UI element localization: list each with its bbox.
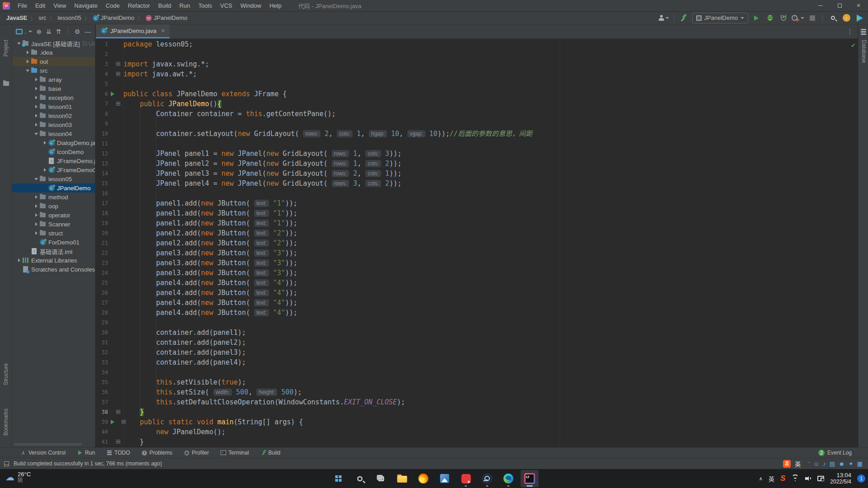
tree-expand-arrow[interactable] xyxy=(33,114,39,117)
tree-expand-arrow[interactable] xyxy=(33,96,39,99)
minimize-button[interactable] xyxy=(811,0,830,12)
code-line[interactable]: 1package lesson05; xyxy=(96,39,858,49)
code-line[interactable]: 27 panel4.add(new JButton( text: "4")); xyxy=(96,298,858,308)
taskbar-weather-widget[interactable]: ☁ 26°C 阴 xyxy=(5,471,31,483)
tree-expand-arrow[interactable] xyxy=(24,51,31,54)
code-line[interactable]: 7 public JPanelDemo(){ xyxy=(96,99,858,109)
code-line[interactable]: 39 public static void main(String[] args… xyxy=(96,417,858,427)
tab-close-icon[interactable]: ✕ xyxy=(161,28,165,34)
taskbar-app-steam[interactable] xyxy=(478,470,496,487)
tree-item-javase-[interactable]: JavaSE [基础语法]D:\Jav xyxy=(12,39,95,48)
code-line[interactable]: 24 panel3.add(new JButton( text: "3")); xyxy=(96,268,858,278)
menu-item-edit[interactable]: Edit xyxy=(31,0,49,11)
database-icon[interactable] xyxy=(861,29,866,36)
code-line[interactable]: 4import java.awt.*; xyxy=(96,69,858,79)
code-line[interactable]: 41 } xyxy=(96,437,858,447)
tree-expand-arrow[interactable] xyxy=(33,195,39,199)
horizontal-scrollbar[interactable] xyxy=(14,443,82,446)
code-line[interactable]: 17 panel1.add(new JButton( text: "1")); xyxy=(96,198,858,208)
debug-button[interactable] xyxy=(764,13,775,23)
code-line[interactable]: 38 } xyxy=(96,407,858,417)
taskbar-app-edge[interactable] xyxy=(500,470,518,487)
run-button[interactable] xyxy=(751,13,762,23)
code-line[interactable]: 19 panel1.add(new JButton( text: "1")); xyxy=(96,218,858,228)
hidden-icons-chevron[interactable]: ∧ xyxy=(759,476,763,482)
tree-item-struct[interactable]: struct xyxy=(12,229,95,238)
fold-icon[interactable] xyxy=(116,410,120,414)
close-button[interactable]: ✕ xyxy=(849,0,868,12)
toolwindow-button-version-control[interactable]: YVersion Control xyxy=(21,450,66,456)
database-stripe-button[interactable]: Database xyxy=(861,40,867,63)
tree-collapse-arrow[interactable] xyxy=(33,178,39,180)
taskbar-app-start[interactable] xyxy=(330,470,348,487)
breadcrumb-item[interactable]: lesson05 xyxy=(58,14,81,21)
maximize-button[interactable] xyxy=(830,0,849,12)
wifi-icon[interactable] xyxy=(791,476,799,482)
tree-item-lesson02[interactable]: lesson02 xyxy=(12,111,95,120)
tree-expand-arrow[interactable] xyxy=(33,213,39,217)
tree-item-array[interactable]: array xyxy=(12,75,95,84)
code-line[interactable]: 3import javax.swing.*; xyxy=(96,59,858,69)
taskbar-app-red-app[interactable] xyxy=(457,470,475,487)
taskbar-app-firefox[interactable] xyxy=(415,470,433,487)
settings-gear-icon[interactable]: ⚙ xyxy=(75,28,80,35)
taskbar-app-task-view[interactable] xyxy=(372,470,390,487)
taskbar-clock[interactable]: 13:04 2022/5/4 xyxy=(830,472,851,485)
ime-tool-icon[interactable]: ▤ xyxy=(830,460,835,467)
build-hammer-icon[interactable] xyxy=(679,13,689,23)
tree-item-scratches-and-consoles[interactable]: Scratches and Consoles xyxy=(12,265,95,274)
code-line[interactable]: 12 JPanel panel1 = new JPanel(new GridLa… xyxy=(96,149,858,159)
toolwindow-button-todo[interactable]: TODO xyxy=(107,450,130,456)
tree-expand-arrow[interactable] xyxy=(33,231,39,235)
ime-tool-icon[interactable]: ▦ xyxy=(857,460,863,467)
menu-item-run[interactable]: Run xyxy=(175,0,194,11)
tray-language-indicator[interactable]: 英 xyxy=(769,474,774,483)
tree-expand-arrow[interactable] xyxy=(33,87,39,90)
taskbar-app-photos[interactable] xyxy=(436,470,454,487)
tree-expand-arrow[interactable] xyxy=(33,123,39,127)
tree-item-fordemo01[interactable]: CForDemo01 xyxy=(12,238,95,247)
update-available-icon[interactable]: ↑ xyxy=(841,13,852,23)
tree-item--idea[interactable]: .idea xyxy=(12,48,95,57)
run-line-icon[interactable] xyxy=(111,420,114,424)
code-line[interactable]: 22 panel3.add(new JButton( text: "3")); xyxy=(96,248,858,258)
toolwindow-button-run[interactable]: Run xyxy=(77,450,95,456)
toolwindow-button-terminal[interactable]: >_Terminal xyxy=(221,450,249,456)
toolwindow-button-profiler[interactable]: Profiler xyxy=(184,450,209,456)
tree-item-oop[interactable]: oop xyxy=(12,202,95,211)
code-line[interactable]: 40 new JPanelDemo(); xyxy=(96,427,858,437)
code-line[interactable]: 2 xyxy=(96,49,858,59)
code-line[interactable]: 20 panel2.add(new JButton( text: "2")); xyxy=(96,228,858,238)
ime-tool-icon[interactable]: ’ xyxy=(808,460,810,467)
code-line[interactable]: 29 xyxy=(96,318,858,328)
tree-item-out[interactable]: out xyxy=(12,57,95,66)
user-icon[interactable] xyxy=(658,13,669,23)
code-line[interactable]: 28 panel4.add(new JButton( text: "4")); xyxy=(96,308,858,318)
code-line[interactable]: 23 panel3.add(new JButton( text: "3")); xyxy=(96,258,858,268)
code-line[interactable]: 31 container.add(panel2); xyxy=(96,338,858,347)
coverage-button[interactable] xyxy=(778,13,789,23)
code-line[interactable]: 37 this.setDefaultCloseOperation(WindowC… xyxy=(96,397,858,407)
expand-all-icon[interactable]: ⇊ xyxy=(46,28,52,35)
sogou-tray-icon[interactable]: S xyxy=(780,474,785,483)
menu-item-window[interactable]: Window xyxy=(236,0,265,11)
tree-expand-arrow[interactable] xyxy=(16,258,22,262)
menu-item-view[interactable]: View xyxy=(49,0,70,11)
tree-expand-arrow[interactable] xyxy=(33,222,39,226)
code-line[interactable]: 13 JPanel panel2 = new JPanel(new GridLa… xyxy=(96,159,858,169)
structure-stripe-button[interactable]: Structure xyxy=(3,363,9,385)
ime-language-indicator[interactable]: 英 xyxy=(795,460,801,468)
search-everywhere-icon[interactable] xyxy=(827,13,838,23)
tree-item-lesson05[interactable]: lesson05 xyxy=(12,174,95,183)
taskbar-app-search[interactable] xyxy=(351,470,369,487)
menu-item-refactor[interactable]: Refactor xyxy=(124,0,154,11)
ime-tool-icon[interactable]: ♪ xyxy=(823,460,826,467)
code-line[interactable]: 8 Container container = this.getContentP… xyxy=(96,109,858,119)
code-line[interactable]: 9 xyxy=(96,119,858,129)
ime-icons[interactable]: ’☺♪▤☻✦▦ xyxy=(805,460,863,467)
bookmarks-stripe-button[interactable]: Bookmarks xyxy=(3,408,9,436)
tree-expand-arrow[interactable] xyxy=(33,78,39,81)
code-line[interactable]: 6public class JPanelDemo extends JFrame … xyxy=(96,89,858,99)
tree-expand-arrow[interactable] xyxy=(42,168,48,172)
hide-panel-icon[interactable]: — xyxy=(85,28,91,35)
